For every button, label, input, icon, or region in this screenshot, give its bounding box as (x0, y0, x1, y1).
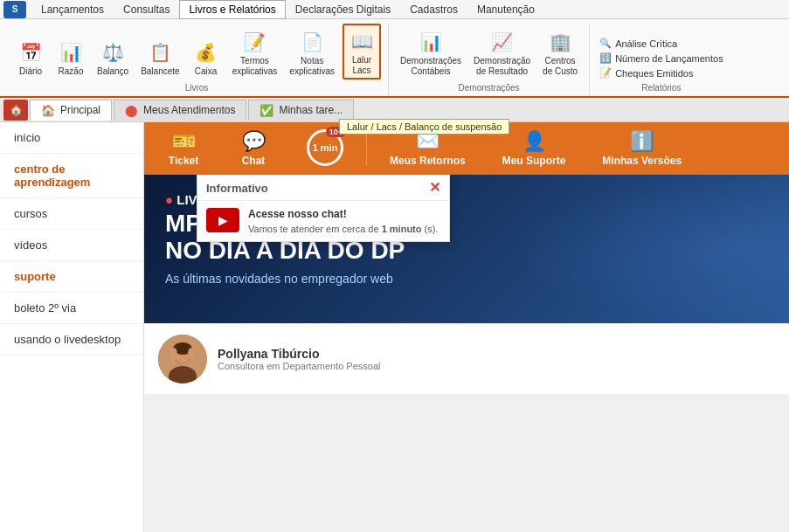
chat-body-prefix: Vamos te atender em cerca de (248, 224, 382, 234)
balanco-label: Balanço (97, 66, 128, 77)
ribbon-btn-termos[interactable]: 📝 Termos explicativas (228, 25, 282, 79)
ribbon-btn-diario[interactable]: 📅 Diário (12, 36, 49, 79)
ribbon-btn-dem-cont[interactable]: 📊 Demonstrações Contábeis (396, 25, 466, 79)
banner-decoration (509, 175, 789, 323)
dem-cont-icon: 📊 (417, 28, 445, 56)
ribbon-btn-notas[interactable]: 📄 Notas explicativas (285, 25, 339, 79)
avatar (158, 335, 207, 383)
person-info: Pollyana Tibúrcio Consultora em Departam… (218, 347, 380, 371)
ticket-button[interactable]: 🎫 Ticket (153, 127, 214, 170)
razao-icon: 📊 (57, 38, 85, 66)
ribbon-group-demonstracoes: 📊 Demonstrações Contábeis 📈 Demonstração… (389, 25, 590, 96)
diario-label: Diário (19, 66, 42, 77)
informativo-header: Informativo ✕ (197, 176, 449, 201)
sidebar-item-centro[interactable]: centro de aprendizagem (0, 154, 143, 198)
dem-cont-label: Demonstrações Contábeis (400, 56, 461, 77)
informativo-popup: Informativo ✕ ▶ Acesse nosso chat! Vamos… (197, 175, 450, 242)
chat-body: Vamos te atender em cerca de 1 minuto (s… (248, 224, 438, 234)
notas-icon: 📄 (298, 28, 326, 56)
cheques-icon: 📝 (599, 67, 612, 79)
menu-cadastros[interactable]: Cadastros (400, 0, 467, 19)
sidebar-item-cursos[interactable]: cursos (0, 198, 143, 230)
tab-atendimentos-label: Meus Atendimentos (143, 104, 235, 116)
ribbon-btn-analise[interactable]: 🔍 Análise Crítica (597, 37, 726, 50)
svg-point-5 (170, 348, 177, 360)
versoes-label: Minhas Versões (602, 155, 682, 167)
menu-bar: S Lançamentos Consultas Livros e Relatór… (0, 0, 789, 19)
ribbon-btn-num-lanc[interactable]: 🔢 Número de Lançamentos (597, 52, 726, 65)
ribbon: 📅 Diário 📊 Razão ⚖️ Balanço 📋 Balancete … (0, 19, 789, 98)
menu-consultas[interactable]: Consultas (114, 0, 179, 19)
termos-label: Termos explicativas (232, 56, 278, 77)
cheques-label: Cheques Emitidos (615, 68, 693, 79)
chat-time: 1 minuto (382, 224, 422, 234)
sidebar-item-suporte[interactable]: suporte (0, 261, 143, 293)
informativo-title: Informativo (206, 182, 268, 195)
chat-body-suffix: (s). (425, 224, 439, 234)
balancete-icon: 📋 (146, 38, 174, 66)
retornos-label: Meus Retornos (390, 155, 466, 167)
ribbon-btn-balancete[interactable]: 📋 Balancete (136, 36, 183, 79)
analise-icon: 🔍 (599, 38, 612, 49)
centro-label: centro de aprendizagem (14, 162, 90, 189)
atendimentos-icon: ⬤ (125, 104, 138, 117)
principal-icon: 🏠 (41, 104, 55, 117)
razao-label: Razão (59, 66, 84, 77)
dem-result-icon: 📈 (488, 28, 516, 56)
chat-title: Acesse nosso chat! (248, 208, 438, 220)
tab-atendimentos[interactable]: ⬤ Meus Atendimentos (114, 100, 246, 121)
informativo-body: ▶ Acesse nosso chat! Vamos te atender em… (197, 201, 449, 241)
chat-label: Chat (242, 155, 266, 167)
diario-icon: 📅 (17, 38, 45, 66)
menu-lancamentos[interactable]: Lançamentos (31, 0, 114, 19)
person-name: Pollyana Tibúrcio (218, 347, 380, 361)
sidebar-item-inicio[interactable]: início (0, 122, 143, 154)
sidebar-item-videos[interactable]: vídeos (0, 230, 143, 261)
notas-label: Notas explicativas (289, 56, 335, 77)
person-title: Consultora em Departamento Pessoal (218, 361, 380, 371)
ticket-label: Ticket (169, 155, 198, 167)
ribbon-btn-balanco[interactable]: ⚖️ Balanço (93, 36, 133, 79)
dem-result-label: Demonstração de Resultado (474, 56, 530, 77)
ribbon-btn-dem-result[interactable]: 📈 Demonstração de Resultado (469, 25, 535, 79)
sidebar: início centro de aprendizagem cursos víd… (0, 122, 144, 532)
ticket-icon: 🎫 (172, 130, 196, 153)
informativo-text: Acesse nosso chat! Vamos te atender em c… (248, 208, 438, 234)
num-lanc-icon: 🔢 (599, 52, 612, 64)
sidebar-item-boleto[interactable]: boleto 2º via (0, 293, 143, 324)
ribbon-btn-centros[interactable]: 🏢 Centros de Custo (538, 25, 582, 79)
person-card: Pollyana Tibúrcio Consultora em Departam… (144, 323, 789, 394)
livros-group-label: Livros (185, 83, 209, 93)
centros-label: Centros de Custo (543, 56, 578, 77)
tab-home[interactable]: 🏠 (3, 100, 28, 121)
menu-livros[interactable]: Livros e Relatórios (179, 0, 285, 19)
lalur-label: Lalur Lacs (352, 55, 371, 76)
chat-button[interactable]: 💬 Chat (223, 127, 284, 170)
suporte-action-icon: 👤 (523, 130, 546, 153)
menu-declaracoes[interactable]: Declarações Digitais (286, 0, 400, 19)
ribbon-btn-lalur[interactable]: 📖 Lalur Lacs (343, 24, 381, 79)
timer-label: 1 min (313, 142, 338, 153)
ribbon-group-livros: 📅 Diário 📊 Razão ⚖️ Balanço 📋 Balancete … (5, 24, 389, 96)
caixa-icon: 💰 (192, 38, 220, 66)
home-icon: 🏠 (10, 104, 23, 116)
termos-icon: 📝 (240, 28, 268, 56)
tab-principal[interactable]: 🏠 Principal (30, 100, 112, 121)
lalur-tooltip: Lalur / Lacs / Balanço de suspensão (339, 119, 509, 135)
versoes-icon: ℹ️ (630, 130, 654, 153)
suporte-action-label: Meu Suporte (502, 155, 566, 167)
banner-subtitle: As últimas novidades no empregador web (165, 272, 417, 286)
action-separator (366, 131, 367, 166)
versoes-button[interactable]: ℹ️ Minhas Versões (588, 127, 696, 170)
tab-tarefas[interactable]: ✅ Minhas tare... (248, 100, 354, 121)
informativo-close[interactable]: ✕ (429, 181, 440, 195)
ribbon-btn-caixa[interactable]: 💰 Caixa (188, 36, 225, 79)
menu-manutencao[interactable]: Manutenção (467, 0, 544, 19)
ribbon-dem-buttons: 📊 Demonstrações Contábeis 📈 Demonstração… (396, 25, 582, 79)
relatorios-group-label: Relatórios (641, 83, 681, 93)
ribbon-btn-cheques[interactable]: 📝 Cheques Emitidos (597, 66, 726, 79)
analise-label: Análise Crítica (615, 38, 677, 49)
ribbon-btn-razao[interactable]: 📊 Razão (52, 36, 89, 79)
sidebar-item-livedesktop[interactable]: usando o livedesktop (0, 324, 143, 356)
dem-group-label: Demonstrações (459, 83, 520, 93)
